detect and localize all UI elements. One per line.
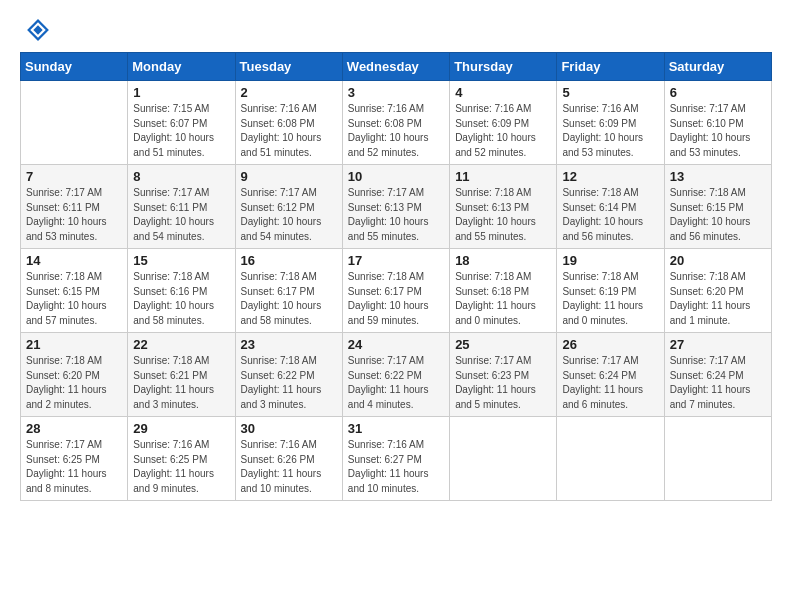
calendar-cell [664, 417, 771, 501]
calendar-cell: 30Sunrise: 7:16 AMSunset: 6:26 PMDayligh… [235, 417, 342, 501]
day-number: 25 [455, 337, 551, 352]
day-info: Sunrise: 7:18 AMSunset: 6:21 PMDaylight:… [133, 354, 229, 412]
day-number: 10 [348, 169, 444, 184]
day-number: 6 [670, 85, 766, 100]
day-number: 20 [670, 253, 766, 268]
calendar-cell: 5Sunrise: 7:16 AMSunset: 6:09 PMDaylight… [557, 81, 664, 165]
day-number: 31 [348, 421, 444, 436]
day-number: 4 [455, 85, 551, 100]
day-info: Sunrise: 7:18 AMSunset: 6:17 PMDaylight:… [241, 270, 337, 328]
day-info: Sunrise: 7:17 AMSunset: 6:24 PMDaylight:… [562, 354, 658, 412]
weekday-header-sunday: Sunday [21, 53, 128, 81]
day-info: Sunrise: 7:18 AMSunset: 6:15 PMDaylight:… [26, 270, 122, 328]
calendar-cell: 2Sunrise: 7:16 AMSunset: 6:08 PMDaylight… [235, 81, 342, 165]
calendar-table: SundayMondayTuesdayWednesdayThursdayFrid… [20, 52, 772, 501]
day-number: 12 [562, 169, 658, 184]
weekday-header-tuesday: Tuesday [235, 53, 342, 81]
week-row-2: 7Sunrise: 7:17 AMSunset: 6:11 PMDaylight… [21, 165, 772, 249]
calendar-cell: 23Sunrise: 7:18 AMSunset: 6:22 PMDayligh… [235, 333, 342, 417]
calendar-cell: 4Sunrise: 7:16 AMSunset: 6:09 PMDaylight… [450, 81, 557, 165]
calendar-cell [21, 81, 128, 165]
day-number: 23 [241, 337, 337, 352]
day-number: 11 [455, 169, 551, 184]
day-number: 8 [133, 169, 229, 184]
day-info: Sunrise: 7:17 AMSunset: 6:12 PMDaylight:… [241, 186, 337, 244]
day-info: Sunrise: 7:16 AMSunset: 6:09 PMDaylight:… [562, 102, 658, 160]
day-number: 17 [348, 253, 444, 268]
weekday-header-thursday: Thursday [450, 53, 557, 81]
day-info: Sunrise: 7:18 AMSunset: 6:18 PMDaylight:… [455, 270, 551, 328]
calendar-cell: 6Sunrise: 7:17 AMSunset: 6:10 PMDaylight… [664, 81, 771, 165]
weekday-header-wednesday: Wednesday [342, 53, 449, 81]
day-info: Sunrise: 7:16 AMSunset: 6:27 PMDaylight:… [348, 438, 444, 496]
logo [20, 16, 54, 44]
calendar-cell: 28Sunrise: 7:17 AMSunset: 6:25 PMDayligh… [21, 417, 128, 501]
day-info: Sunrise: 7:18 AMSunset: 6:22 PMDaylight:… [241, 354, 337, 412]
day-info: Sunrise: 7:17 AMSunset: 6:24 PMDaylight:… [670, 354, 766, 412]
day-number: 30 [241, 421, 337, 436]
day-number: 3 [348, 85, 444, 100]
page: SundayMondayTuesdayWednesdayThursdayFrid… [0, 0, 792, 517]
day-info: Sunrise: 7:18 AMSunset: 6:14 PMDaylight:… [562, 186, 658, 244]
day-info: Sunrise: 7:17 AMSunset: 6:11 PMDaylight:… [26, 186, 122, 244]
weekday-header-monday: Monday [128, 53, 235, 81]
calendar-cell: 16Sunrise: 7:18 AMSunset: 6:17 PMDayligh… [235, 249, 342, 333]
day-number: 7 [26, 169, 122, 184]
day-info: Sunrise: 7:15 AMSunset: 6:07 PMDaylight:… [133, 102, 229, 160]
day-info: Sunrise: 7:17 AMSunset: 6:11 PMDaylight:… [133, 186, 229, 244]
day-info: Sunrise: 7:17 AMSunset: 6:10 PMDaylight:… [670, 102, 766, 160]
weekday-header-row: SundayMondayTuesdayWednesdayThursdayFrid… [21, 53, 772, 81]
calendar-cell: 10Sunrise: 7:17 AMSunset: 6:13 PMDayligh… [342, 165, 449, 249]
day-info: Sunrise: 7:18 AMSunset: 6:20 PMDaylight:… [670, 270, 766, 328]
logo-icon [24, 16, 52, 44]
day-number: 22 [133, 337, 229, 352]
day-number: 2 [241, 85, 337, 100]
day-number: 21 [26, 337, 122, 352]
calendar-cell: 26Sunrise: 7:17 AMSunset: 6:24 PMDayligh… [557, 333, 664, 417]
day-info: Sunrise: 7:16 AMSunset: 6:25 PMDaylight:… [133, 438, 229, 496]
calendar-cell: 22Sunrise: 7:18 AMSunset: 6:21 PMDayligh… [128, 333, 235, 417]
day-info: Sunrise: 7:18 AMSunset: 6:20 PMDaylight:… [26, 354, 122, 412]
calendar-cell: 3Sunrise: 7:16 AMSunset: 6:08 PMDaylight… [342, 81, 449, 165]
day-number: 15 [133, 253, 229, 268]
calendar-cell: 12Sunrise: 7:18 AMSunset: 6:14 PMDayligh… [557, 165, 664, 249]
day-number: 9 [241, 169, 337, 184]
day-number: 24 [348, 337, 444, 352]
day-number: 5 [562, 85, 658, 100]
calendar-cell: 9Sunrise: 7:17 AMSunset: 6:12 PMDaylight… [235, 165, 342, 249]
week-row-1: 1Sunrise: 7:15 AMSunset: 6:07 PMDaylight… [21, 81, 772, 165]
calendar-cell: 11Sunrise: 7:18 AMSunset: 6:13 PMDayligh… [450, 165, 557, 249]
calendar-cell: 29Sunrise: 7:16 AMSunset: 6:25 PMDayligh… [128, 417, 235, 501]
weekday-header-friday: Friday [557, 53, 664, 81]
week-row-3: 14Sunrise: 7:18 AMSunset: 6:15 PMDayligh… [21, 249, 772, 333]
calendar-cell: 27Sunrise: 7:17 AMSunset: 6:24 PMDayligh… [664, 333, 771, 417]
calendar-cell: 24Sunrise: 7:17 AMSunset: 6:22 PMDayligh… [342, 333, 449, 417]
day-number: 19 [562, 253, 658, 268]
day-info: Sunrise: 7:17 AMSunset: 6:22 PMDaylight:… [348, 354, 444, 412]
day-number: 14 [26, 253, 122, 268]
calendar-cell: 7Sunrise: 7:17 AMSunset: 6:11 PMDaylight… [21, 165, 128, 249]
week-row-4: 21Sunrise: 7:18 AMSunset: 6:20 PMDayligh… [21, 333, 772, 417]
day-info: Sunrise: 7:17 AMSunset: 6:13 PMDaylight:… [348, 186, 444, 244]
calendar-cell: 17Sunrise: 7:18 AMSunset: 6:17 PMDayligh… [342, 249, 449, 333]
week-row-5: 28Sunrise: 7:17 AMSunset: 6:25 PMDayligh… [21, 417, 772, 501]
day-info: Sunrise: 7:18 AMSunset: 6:16 PMDaylight:… [133, 270, 229, 328]
day-info: Sunrise: 7:18 AMSunset: 6:15 PMDaylight:… [670, 186, 766, 244]
day-info: Sunrise: 7:16 AMSunset: 6:08 PMDaylight:… [348, 102, 444, 160]
day-info: Sunrise: 7:16 AMSunset: 6:08 PMDaylight:… [241, 102, 337, 160]
calendar-cell: 25Sunrise: 7:17 AMSunset: 6:23 PMDayligh… [450, 333, 557, 417]
calendar-cell: 18Sunrise: 7:18 AMSunset: 6:18 PMDayligh… [450, 249, 557, 333]
day-info: Sunrise: 7:18 AMSunset: 6:19 PMDaylight:… [562, 270, 658, 328]
day-info: Sunrise: 7:18 AMSunset: 6:17 PMDaylight:… [348, 270, 444, 328]
day-number: 28 [26, 421, 122, 436]
calendar-cell: 14Sunrise: 7:18 AMSunset: 6:15 PMDayligh… [21, 249, 128, 333]
calendar-cell: 15Sunrise: 7:18 AMSunset: 6:16 PMDayligh… [128, 249, 235, 333]
day-info: Sunrise: 7:17 AMSunset: 6:23 PMDaylight:… [455, 354, 551, 412]
calendar-cell: 1Sunrise: 7:15 AMSunset: 6:07 PMDaylight… [128, 81, 235, 165]
calendar-cell: 13Sunrise: 7:18 AMSunset: 6:15 PMDayligh… [664, 165, 771, 249]
day-number: 1 [133, 85, 229, 100]
day-number: 27 [670, 337, 766, 352]
day-number: 26 [562, 337, 658, 352]
header [20, 16, 772, 44]
day-number: 13 [670, 169, 766, 184]
